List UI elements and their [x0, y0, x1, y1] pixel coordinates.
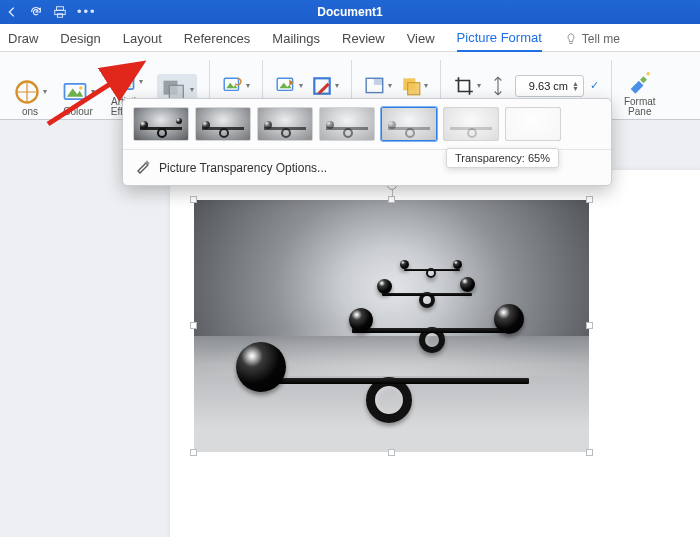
- bring-forward-button[interactable]: ▾: [400, 75, 428, 97]
- transparency-tooltip: Transparency: 65%: [446, 148, 559, 168]
- tab-references[interactable]: References: [184, 31, 250, 51]
- tab-mailings[interactable]: Mailings: [272, 31, 320, 51]
- size-group: ▾ 9.63 cm ▲▼ ✓: [448, 75, 604, 97]
- resize-handle-br[interactable]: [586, 449, 593, 456]
- crop-button[interactable]: ▾: [453, 75, 481, 97]
- position-button[interactable]: ▾: [364, 75, 392, 97]
- selected-image[interactable]: [194, 200, 589, 452]
- resize-handle-ml[interactable]: [190, 322, 197, 329]
- resize-handle-mr[interactable]: [586, 322, 593, 329]
- picture-tools-group: ▾: [217, 75, 255, 97]
- resize-handle-tl[interactable]: [190, 196, 197, 203]
- reset-picture-icon: [222, 75, 244, 97]
- svg-line-22: [48, 66, 138, 124]
- tab-design[interactable]: Design: [60, 31, 100, 51]
- reset-picture-button[interactable]: ▾: [222, 75, 250, 97]
- spin-buttons[interactable]: ▲▼: [572, 81, 579, 91]
- preset-4[interactable]: [381, 107, 437, 141]
- position-icon: [364, 75, 386, 97]
- styles-icon: [275, 75, 297, 97]
- size-dialog-check[interactable]: ✓: [590, 79, 599, 92]
- tell-me[interactable]: Tell me: [564, 31, 620, 51]
- transparency-gallery: Picture Transparency Options...: [122, 98, 612, 186]
- height-icon: [487, 75, 509, 97]
- tell-me-label: Tell me: [582, 32, 620, 46]
- height-value: 9.63 cm: [520, 80, 568, 92]
- ribbon-tabs: Draw Design Layout References Mailings R…: [0, 24, 700, 52]
- tab-layout[interactable]: Layout: [123, 31, 162, 51]
- corrections-label: ons: [22, 107, 38, 117]
- annotation-arrow: [44, 58, 154, 128]
- corrections-icon: [13, 78, 41, 106]
- format-pane-label: Format Pane: [624, 97, 656, 117]
- svg-rect-0: [57, 7, 64, 11]
- title-bar: ••• Document1: [0, 0, 700, 24]
- document-title: Document1: [317, 5, 382, 19]
- picture-styles-button[interactable]: ▾: [275, 75, 303, 97]
- preset-3[interactable]: [319, 107, 375, 141]
- arrange-icon: [400, 75, 422, 97]
- preset-5[interactable]: [443, 107, 499, 141]
- svg-rect-19: [408, 82, 420, 94]
- resize-handle-bm[interactable]: [388, 449, 395, 456]
- preset-1[interactable]: [195, 107, 251, 141]
- transparency-options-label: Picture Transparency Options...: [159, 161, 327, 175]
- undo-dropdown-icon[interactable]: [5, 5, 19, 19]
- tab-view[interactable]: View: [407, 31, 435, 51]
- format-pane-button[interactable]: Format Pane: [619, 55, 661, 117]
- height-input[interactable]: 9.63 cm ▲▼: [515, 75, 584, 97]
- image-content: [194, 200, 589, 452]
- redo-icon[interactable]: [29, 5, 43, 19]
- styles-group: ▾ ▾: [270, 75, 344, 97]
- picture-border-button[interactable]: ▾: [311, 75, 339, 97]
- resize-handle-tr[interactable]: [586, 196, 593, 203]
- wand-icon: [135, 158, 151, 177]
- preset-2[interactable]: [257, 107, 313, 141]
- svg-rect-17: [374, 78, 383, 85]
- svg-point-20: [646, 72, 650, 76]
- format-pane-icon: [626, 68, 654, 96]
- arrange-group: ▾ ▾: [359, 75, 433, 97]
- resize-handle-bl[interactable]: [190, 449, 197, 456]
- print-icon[interactable]: [53, 5, 67, 19]
- tab-draw[interactable]: Draw: [8, 31, 38, 51]
- tab-review[interactable]: Review: [342, 31, 385, 51]
- qat-overflow-icon[interactable]: •••: [77, 7, 97, 17]
- crop-icon: [453, 75, 475, 97]
- svg-rect-10: [169, 85, 183, 99]
- border-icon: [311, 75, 333, 97]
- bulb-icon: [564, 31, 578, 46]
- resize-handle-tm[interactable]: [388, 196, 395, 203]
- preset-6[interactable]: [505, 107, 561, 141]
- transparency-presets: [123, 99, 611, 149]
- tab-picture-format[interactable]: Picture Format: [457, 30, 542, 52]
